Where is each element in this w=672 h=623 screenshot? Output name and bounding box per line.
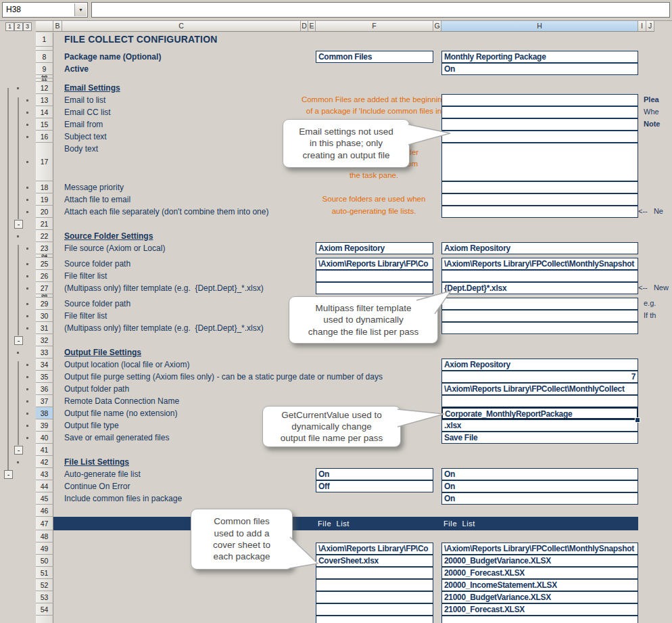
cell-F49[interactable]: \Axiom\Reports Library\FP\Co [316,543,433,555]
row-header-30[interactable]: 30 [36,310,53,322]
cell-Fx[interactable] [316,616,433,623]
cell-H53[interactable]: 21000_BudgetVariance.XLSX [441,591,638,603]
row-header-1[interactable]: 1 [36,32,53,47]
cell-F43[interactable]: On [316,468,433,480]
column-header-G[interactable]: G [433,21,441,32]
outline-collapse-button-2[interactable]: - [14,446,23,455]
cell-H20[interactable] [441,206,638,218]
formula-input[interactable]: =getcurrentvalue()&"_MonthlyReportPackag… [91,2,670,18]
cell-Hx[interactable] [441,616,638,623]
row-header-19[interactable]: 19 [36,193,53,206]
cell-H9[interactable]: On [441,63,638,75]
outline-collapse-button-0[interactable]: - [14,220,23,229]
cell-F26[interactable] [316,270,433,282]
cell-F8[interactable]: Common Files [316,51,433,63]
cell-H18[interactable] [441,181,638,193]
row-header-51[interactable]: 51 [36,567,53,579]
row-header-36[interactable]: 36 [36,383,53,395]
cell-H52[interactable]: 20000_IncomeStatement.XLSX [441,579,638,591]
row-header-8[interactable]: 8 [36,51,53,63]
row-header-46[interactable]: 46 [36,505,53,517]
cell-F25[interactable]: \Axiom\Reports Library\FP\Co [316,258,433,270]
cell-H31[interactable] [441,322,638,334]
cell-F23[interactable]: Axiom Repository [316,242,433,254]
column-header-J[interactable]: J [646,21,654,32]
row-header-38[interactable]: 38 [36,407,53,419]
row-header-20[interactable]: 20 [36,206,53,218]
row-header-47[interactable]: 47 [36,517,53,530]
row-header-18[interactable]: 18 [36,181,53,193]
cell-F44[interactable]: Off [316,480,433,492]
row-header-52[interactable]: 52 [36,579,53,591]
cell-H49[interactable]: \Axiom\Reports Library\FPCollect\Monthly… [441,543,638,555]
outline-level-button-1[interactable]: 1 [5,22,14,31]
cell-F27[interactable] [316,282,433,294]
cell-H45[interactable]: On [441,492,638,505]
cell-H29[interactable] [441,298,638,310]
cell-H8[interactable]: Monthly Reporting Package [441,51,638,63]
cell-H39[interactable]: .xlsx [441,419,638,432]
row-header-22[interactable]: 22 [36,230,53,242]
row-header-27[interactable]: 27 [36,282,53,294]
cell-H13[interactable] [441,94,638,106]
cell-H40[interactable]: Save File [441,432,638,444]
cell-H25[interactable]: \Axiom\Reports Library\FPCollect\Monthly… [441,258,638,270]
row-header-17[interactable]: 17 [36,143,53,181]
row-header-14[interactable]: 14 [36,106,53,118]
cell-F53[interactable] [316,591,433,603]
column-header-F[interactable]: F [316,21,433,32]
cell-F50[interactable]: CoverSheet.xlsx [316,555,433,567]
row-header-29[interactable]: 29 [36,298,53,310]
cell-H14[interactable] [441,106,638,118]
row-header-45[interactable]: 45 [36,492,53,505]
selection-fill-handle[interactable] [635,417,640,423]
outline-collapse-button-1[interactable]: - [14,336,23,345]
chevron-down-icon[interactable]: ▼ [74,3,87,16]
row-header-blank[interactable] [36,616,53,623]
row-header-48[interactable]: 48 [36,530,53,543]
outline-level-button-2[interactable]: 2 [14,22,23,31]
cell-H50[interactable]: 20000_BudgetVariance.XLSX [441,555,638,567]
cell-H26[interactable] [441,270,638,282]
row-header-35[interactable]: 35 [36,371,53,383]
cell-H23[interactable]: Axiom Repository [441,242,638,254]
row-header-31[interactable]: 31 [36,322,53,334]
row-header-33[interactable]: 33 [36,346,53,359]
cell-H54[interactable]: 21000_Forecast.XLSX [441,603,638,616]
row-header-40[interactable]: 40 [36,432,53,444]
row-header-43[interactable]: 43 [36,468,53,480]
cell-H19[interactable] [441,193,638,206]
row-header-16[interactable]: 16 [36,131,53,143]
row-header-54[interactable]: 54 [36,603,53,616]
cell-H34[interactable]: Axiom Repository [441,359,638,371]
outline-collapse-button-3[interactable]: - [4,470,13,479]
cell-H36[interactable]: \Axiom\Reports Library\FPCollect\Monthly… [441,383,638,395]
row-header-25[interactable]: 25 [36,258,53,270]
row-header-23[interactable]: 23 [36,242,53,254]
cell-H37[interactable] [441,395,638,407]
row-header-42[interactable]: 42 [36,456,53,468]
cell-H43[interactable]: On [441,468,638,480]
outline-level-button-3[interactable]: 3 [23,22,32,31]
cell-H38[interactable]: Corporate_MonthlyReportPackage [441,407,638,419]
column-header-B[interactable]: B [53,21,62,32]
cell-H17[interactable] [441,143,638,181]
cell-H30[interactable] [441,310,638,322]
row-header-32[interactable]: 32 [36,334,53,346]
cell-H15[interactable] [441,118,638,131]
cell-F52[interactable] [316,579,433,591]
row-header-26[interactable]: 26 [36,270,53,282]
column-header-C[interactable]: C [62,21,301,32]
cell-F54[interactable] [316,603,433,616]
row-header-41[interactable]: 41 [36,444,53,456]
name-box[interactable]: H38 ▼ [2,2,88,18]
row-header-37[interactable]: 37 [36,395,53,407]
row-header-12[interactable]: 12 [36,82,53,94]
cell-F51[interactable] [316,567,433,579]
column-header-H[interactable]: H [441,21,638,32]
row-header-13[interactable]: 13 [36,94,53,106]
row-header-9[interactable]: 9 [36,63,53,75]
row-header-50[interactable]: 50 [36,555,53,567]
column-header-E[interactable]: E [308,21,316,32]
cell-H44[interactable]: On [441,480,638,492]
